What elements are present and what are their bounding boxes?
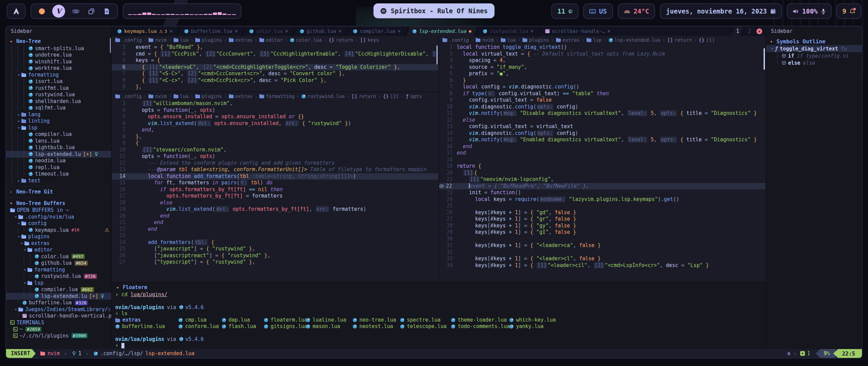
code-line-11[interactable]: 11 opts = function(_, opts) (112, 153, 438, 160)
code-line-31[interactable]: 31 keys[#keys + 1] = { "<leader>ca", fal… (439, 242, 766, 249)
tab-compiler-lua[interactable]: compiler.lua× (348, 26, 406, 36)
breadcrumb-segment[interactable]: extras (229, 37, 253, 43)
code-line-25[interactable]: 25 ["javascript"] = { "rustywind" }, (112, 246, 438, 252)
breadcrumb-segment[interactable]: []return (667, 37, 692, 43)
code-line-4[interactable]: 4 source = "if_many", (439, 64, 766, 71)
code-line-16[interactable]: 16 end (439, 143, 766, 150)
code-line-29[interactable]: 29 keys[#keys + 1] = { "gI", false } (439, 229, 766, 236)
breadcrumb-segment[interactable]: plugins (522, 37, 549, 43)
ls-entry[interactable]: mason.lua (306, 323, 353, 330)
tree-item[interactable]: │ │ │ compiler.lua (6, 131, 111, 138)
workspace-browser[interactable] (37, 6, 47, 16)
tree-item[interactable]: ~#2859 (6, 326, 111, 333)
breadcrumb-segment[interactable]: lua (174, 37, 189, 43)
tab-color-lua[interactable]: color.lua× (244, 26, 294, 36)
breadcrumb-segment[interactable]: lua (501, 37, 516, 43)
code-line-8[interactable]: 8 { [1]"<C-c>", [2]"<cmd>CccPick<cr>", d… (112, 77, 438, 84)
code-line-19[interactable]: 19return { (439, 163, 766, 170)
code-line-7[interactable]: 7 { [1]"<S-C>", [2]"<cmd>CccConvert<cr>"… (112, 70, 438, 77)
code-line-21[interactable]: 21 [1]"neovim/nvim-lspconfig", (439, 176, 766, 183)
tree-item[interactable]: ▾.config/nvim/lua (6, 214, 111, 220)
code-line-14[interactable]: 14 local function add_formatters(tbl :ta… (112, 173, 438, 180)
code-line-16[interactable]: 16 if opts.formatters_by_ft[ft] == nil t… (112, 186, 438, 193)
ls-entry[interactable]: bufferline.lua (115, 323, 178, 330)
tree-item[interactable]: │ ▸test (6, 177, 111, 184)
code-line-24[interactable]: 24 add_formatters(tbl: { (112, 239, 438, 246)
ls-entry[interactable]: floaterm.lua (264, 317, 306, 323)
code-line-13[interactable]: 13 ---@param tbl table<string, conform.F… (112, 166, 438, 173)
tree-item[interactable]: │ │ │ rustfmt.lua (6, 85, 111, 92)
tree-item[interactable]: │ │ │ lsp-extended.lu[+] (6, 151, 111, 158)
symbol-item[interactable]: ▾ƒtoggle_diag_virtextfu (766, 45, 862, 52)
breadcrumb-segment[interactable]: .config (115, 37, 142, 43)
tree-item[interactable]: │ │ │ rustywind.lua (6, 92, 111, 98)
section-header-neo-tree[interactable]: ▾Neo-Tree (6, 38, 111, 45)
tree-item[interactable]: │ │ └ sqlfmt.lua (6, 105, 111, 111)
code-line-15[interactable]: 15 for ft, formatters in pairs(t: tbl) d… (112, 180, 438, 186)
breadcrumb-segment[interactable]: []keys (360, 37, 379, 43)
keyboard-layout-widget[interactable]: US (583, 3, 613, 19)
chevron-down-icon[interactable]: ▾ (115, 285, 120, 290)
breadcrumb-segment[interactable]: nvim (149, 37, 166, 43)
code-line-23[interactable]: 23 (112, 232, 438, 239)
breadcrumb-segment[interactable]: {}[2] (383, 94, 399, 99)
code-line-12[interactable]: 12 else (439, 117, 766, 124)
chevron-down-icon[interactable]: ▾ (16, 125, 21, 131)
tree-item[interactable]: OPEN BUFFERS in ~ (6, 207, 111, 214)
ls-entry[interactable]: dap.lua (222, 317, 264, 323)
tree-item[interactable]: │ ▾formatting (6, 72, 111, 78)
tree-item[interactable]: │ ▸lang (6, 111, 111, 118)
code-line-10[interactable]: 10 vim.diagnostic.config(opts: config) (439, 104, 766, 110)
code-line-5[interactable]: 5 opts.ensure_installed = opts.ensure_in… (112, 114, 438, 120)
code-line-27[interactable]: 27 ["typescript"] = { "rustywind" }, (112, 259, 438, 266)
code-line-6[interactable]: 6 vim.list_extend(dst: opts.ensure_insta… (112, 120, 438, 127)
chevron-right-icon[interactable]: ▸ (16, 118, 21, 124)
breadcrumb-segment[interactable]: extras (556, 37, 580, 43)
sidebar-scrollbar[interactable] (110, 38, 111, 53)
code-line-14[interactable]: 14 vim.diagnostic.config(opts: config) (439, 130, 766, 137)
breadcrumb-segment[interactable]: rustywind.lua (301, 94, 345, 99)
tree-item[interactable]: └ scrollbar-handle-vertical.p (6, 313, 111, 320)
music-widget[interactable]: Spiritbox - Rule Of Nines (374, 3, 495, 18)
tree-item[interactable]: │ │ │ repl.lua (6, 164, 111, 171)
code-line-6[interactable]: 6 } (439, 77, 766, 84)
close-all-button[interactable]: × (756, 28, 762, 34)
tree-item[interactable]: │ │ │ neodim.lua (6, 158, 111, 164)
code-line-3[interactable]: 3 event = { "BufRead" }, (112, 44, 438, 51)
tree-item[interactable]: │ │ compiler.lua#682 (6, 286, 111, 293)
breadcrumb-segment[interactable]: .config (442, 37, 469, 43)
tree-item[interactable]: │ │ │ smart-splits.lua (6, 45, 111, 52)
code-line-26[interactable]: 26 keys[#keys + 1] = { "gd", false } (439, 209, 766, 216)
ls-entry[interactable]: telescope.lua (400, 323, 451, 330)
tree-item[interactable]: TERMINALS (6, 319, 111, 326)
tree-item[interactable]: │ └ github.lua#654 (6, 260, 111, 267)
tree-item[interactable]: │ │ │ winshift.lua (6, 58, 111, 65)
tree-item[interactable]: │ └ rustywind.lua#726 (6, 273, 111, 280)
editor-scrollbar[interactable] (436, 45, 438, 64)
editor-scrollbar[interactable] (764, 48, 765, 70)
chevron-down-icon[interactable]: ▾ (770, 46, 775, 52)
close-icon[interactable]: × (531, 28, 534, 34)
volume-widget[interactable]: 100% (787, 3, 832, 19)
launcher-button[interactable] (7, 3, 26, 19)
code-line-19[interactable]: 19 vim.list_extend(dst: opts.formatters_… (112, 206, 438, 213)
chevron-down-icon[interactable]: ▾ (16, 233, 21, 240)
code-line-22[interactable]: 22 event = { "BufReadPre", "BufNewFile" … (439, 183, 766, 190)
tree-item[interactable]: ▾plugins (6, 233, 111, 240)
chevron-right-icon[interactable]: ▸ (16, 111, 21, 118)
code-line-25[interactable]: 25 (439, 203, 766, 209)
chevron-down-icon[interactable]: ▾ (16, 72, 21, 78)
code-line-4[interactable]: 4 cmd = { [1]"CccPick", [2]"CccConvert",… (112, 51, 438, 58)
chevron-down-icon[interactable]: ▾ (13, 306, 18, 312)
code-line-18[interactable]: 18 (439, 157, 766, 163)
code-line-5[interactable]: 5 keys = { (112, 57, 438, 64)
code-line-18[interactable]: 18 else (112, 200, 438, 206)
tree-item[interactable]: │ ▸linting (6, 118, 111, 125)
tree-item[interactable]: │ └ lsp-extended.lu[+] (6, 293, 111, 300)
chevron-down-icon[interactable]: ▾ (769, 39, 774, 44)
close-icon[interactable]: × (338, 28, 341, 34)
tab-bufferline-lua[interactable]: bufferline.lua× (179, 26, 243, 36)
chevron-down-icon[interactable]: ▾ (9, 39, 14, 44)
breadcrumb-segment[interactable]: {}return (329, 37, 353, 43)
code-line-11[interactable]: 11 vim.notify(msg: "Disable diagnostics … (439, 110, 766, 117)
